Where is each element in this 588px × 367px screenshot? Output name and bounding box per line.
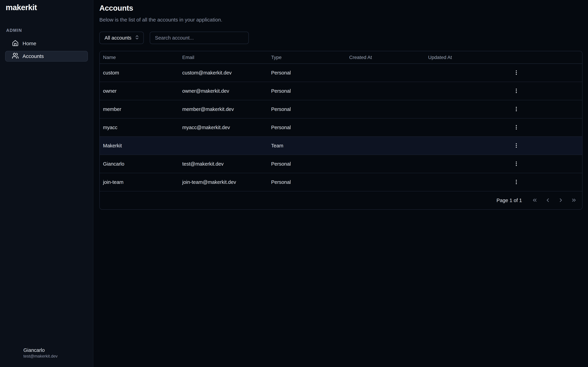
table-row[interactable]: join-team join-team@makerkit.dev Persona… [100,173,582,192]
column-header-created-at[interactable]: Created At [346,55,425,60]
ellipsis-vertical-icon [513,106,519,112]
profile-email: test@makerkit.dev [23,353,58,359]
table-body: custom custom@makerkit.dev Personal owne… [100,64,582,192]
profile-text: Giancarlo test@makerkit.dev [23,347,58,359]
cell-name: owner [100,88,179,94]
ellipsis-vertical-icon [513,161,519,167]
page-indicator: Page 1 of 1 [497,198,522,203]
table-controls: All accounts [99,32,582,44]
cell-type: Personal [268,70,346,76]
search-input[interactable] [150,32,249,44]
cell-name: Giancarlo [100,161,179,167]
user-profile[interactable]: Giancarlo test@makerkit.dev [7,347,58,359]
cell-name: custom [100,70,179,76]
avatar [7,347,19,359]
row-actions-button[interactable] [512,87,521,95]
ellipsis-vertical-icon [513,179,519,185]
table-row[interactable]: custom custom@makerkit.dev Personal [100,64,582,82]
cell-email: myacc@makerkit.dev [179,125,268,130]
chevron-right-icon [558,197,564,204]
cell-type: Personal [268,88,346,94]
sidebar: makerkit ADMIN Home Accounts Giancarlo t… [0,0,93,367]
users-icon [12,52,19,60]
cell-actions [504,105,582,113]
table-footer: Page 1 of 1 [100,192,582,209]
account-type-filter[interactable]: All accounts [99,32,144,44]
sidebar-section-label: ADMIN [6,28,22,33]
sidebar-item-home[interactable]: Home [5,38,88,49]
cell-type: Personal [268,179,346,185]
row-actions-button[interactable] [512,160,521,168]
column-header-type[interactable]: Type [268,55,346,60]
ellipsis-vertical-icon [513,88,519,94]
previous-page-button[interactable] [543,196,553,205]
cell-email: member@makerkit.dev [179,107,268,112]
sidebar-nav: Home Accounts [5,38,88,62]
column-header-email[interactable]: Email [179,55,268,60]
main-content: Accounts Below is the list of all the ac… [94,0,588,367]
table-row[interactable]: Giancarlo test@makerkit.dev Personal [100,155,582,173]
accounts-table: Name Email Type Created At Updated At cu… [99,51,582,210]
cell-name: member [100,107,179,112]
cell-type: Personal [268,125,346,130]
next-page-button[interactable] [556,196,566,205]
cell-actions [504,69,582,77]
cell-email: join-team@makerkit.dev [179,179,268,185]
cell-name: Makerkit [100,143,179,149]
profile-name: Giancarlo [23,347,58,353]
cell-actions [504,178,582,186]
cell-actions [504,160,582,168]
row-actions-button[interactable] [512,142,521,150]
page-title: Accounts [99,4,582,12]
pagination-controls [530,196,579,205]
chevron-left-icon [545,197,551,204]
cell-type: Personal [268,107,346,112]
row-actions-button[interactable] [512,69,521,77]
chevrons-right-icon [571,197,577,204]
home-icon [12,40,19,48]
row-actions-button[interactable] [512,105,521,113]
page-subtitle: Below is the list of all the accounts in… [99,17,582,23]
sidebar-item-accounts[interactable]: Accounts [5,51,88,62]
cell-email: custom@makerkit.dev [179,70,268,76]
cell-email: owner@makerkit.dev [179,88,268,94]
account-type-filter-value: All accounts [105,35,131,41]
first-page-button[interactable] [530,196,539,205]
table-row[interactable]: member member@makerkit.dev Personal [100,100,582,118]
cell-actions [504,123,582,132]
ellipsis-vertical-icon [513,124,519,131]
cell-name: join-team [100,179,179,185]
table-row[interactable]: myacc myacc@makerkit.dev Personal [100,118,582,137]
last-page-button[interactable] [569,196,579,205]
column-header-name[interactable]: Name [100,55,179,60]
cell-actions [504,87,582,95]
ellipsis-vertical-icon [513,70,519,76]
chevrons-up-down-icon [134,35,140,41]
table-row[interactable]: owner owner@makerkit.dev Personal [100,82,582,100]
brand-logo[interactable]: makerkit [6,3,37,12]
table-header-row: Name Email Type Created At Updated At [100,51,582,64]
row-actions-button[interactable] [512,178,521,186]
cell-email: test@makerkit.dev [179,161,268,167]
chevrons-left-icon [532,197,538,204]
row-actions-button[interactable] [512,123,521,132]
column-header-updated-at[interactable]: Updated At [425,55,504,60]
cell-actions [504,142,582,150]
sidebar-item-label: Home [23,41,36,46]
table-row[interactable]: Makerkit Team [100,137,582,155]
sidebar-item-label: Accounts [23,53,44,59]
ellipsis-vertical-icon [513,142,519,149]
cell-type: Team [268,143,346,149]
cell-type: Personal [268,161,346,167]
cell-name: myacc [100,125,179,130]
